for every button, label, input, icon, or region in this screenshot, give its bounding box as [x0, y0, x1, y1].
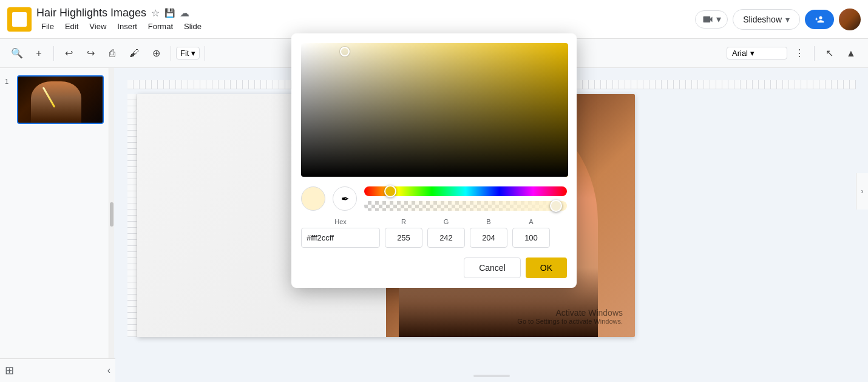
alpha-thumb[interactable] [550, 200, 562, 212]
b-input-group: B [470, 218, 507, 248]
a-label: A [512, 218, 550, 225]
gradient-dark [301, 43, 568, 177]
g-input-group: G [427, 218, 465, 248]
color-gradient-box[interactable] [301, 43, 568, 177]
g-label: G [427, 218, 465, 225]
color-controls-row: ✒ [301, 186, 567, 211]
hex-input[interactable] [301, 228, 380, 248]
hue-slider[interactable] [364, 186, 567, 196]
dialog-buttons: Cancel OK [301, 258, 567, 278]
r-label: R [385, 218, 422, 225]
hex-input-group: Hex [301, 218, 380, 248]
cancel-button[interactable]: Cancel [464, 258, 521, 278]
eyedropper-icon: ✒ [341, 193, 349, 205]
color-inputs-row: Hex R G B A [301, 218, 567, 248]
hue-slider-container [364, 186, 567, 211]
hue-thumb[interactable] [384, 185, 396, 197]
a-input[interactable] [512, 228, 550, 248]
dialog-overlay: ✒ Hex R G [0, 0, 868, 382]
hex-label: Hex [301, 218, 380, 225]
color-picker-dialog: ✒ Hex R G [291, 33, 577, 288]
alpha-slider[interactable] [364, 201, 567, 211]
color-swatch-preview [301, 186, 325, 211]
g-input[interactable] [427, 228, 465, 248]
r-input[interactable] [385, 228, 422, 248]
eyedropper-button[interactable]: ✒ [333, 186, 357, 211]
gradient-cursor[interactable] [340, 47, 350, 56]
b-label: B [470, 218, 507, 225]
r-input-group: R [385, 218, 422, 248]
ok-button[interactable]: OK [526, 258, 567, 278]
a-input-group: A [512, 218, 550, 248]
b-input[interactable] [470, 228, 507, 248]
